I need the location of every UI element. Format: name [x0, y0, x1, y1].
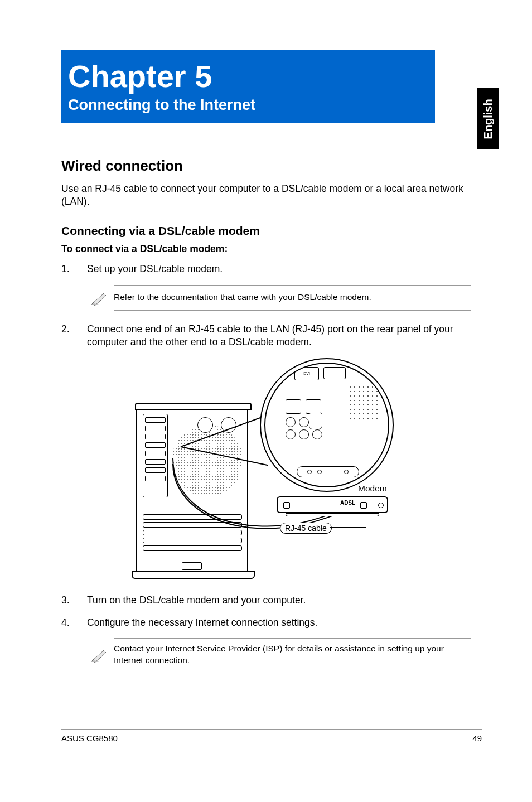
audio-jack — [286, 429, 296, 439]
step-3-num: 3. — [61, 594, 87, 607]
step-2-num: 2. — [61, 323, 87, 349]
dvi-port: DVI — [294, 367, 319, 380]
psu-socket — [182, 562, 202, 570]
step-4-num: 4. — [61, 616, 87, 630]
section-intro: Use an RJ-45 cable to connect your compu… — [61, 182, 471, 209]
chapter-title: Connecting to the Internet — [68, 96, 428, 114]
note-1: Refer to the documentation that came wit… — [87, 285, 471, 311]
footer-left: ASUS CG8580 — [61, 733, 118, 743]
section-title: Wired connection — [61, 157, 471, 175]
modem-port — [360, 502, 367, 509]
usb-port — [286, 399, 301, 414]
dvi-label: DVI — [303, 371, 310, 375]
language-tab: English — [477, 88, 499, 149]
note-rule — [114, 671, 471, 671]
modem-device: ADSL — [277, 496, 388, 513]
page-number: 49 — [472, 733, 482, 743]
connection-diagram: DVI — [87, 358, 461, 578]
vga-port — [323, 367, 346, 379]
rj45-cable-label: RJ-45 cable — [280, 523, 332, 534]
step-1-text: Set up your DSL/cable modem. — [87, 263, 471, 276]
note-2-text: Contact your Internet Service Provider (… — [114, 643, 471, 666]
step-2-text: Connect one end of an RJ-45 cable to the… — [87, 323, 471, 349]
footer-rule — [61, 729, 482, 730]
step-3: 3. Turn on the DSL/cable modem and your … — [61, 594, 471, 607]
manual-page: English Chapter 5 Connecting to the Inte… — [0, 0, 532, 802]
vent-pattern — [348, 385, 379, 421]
step-1-num: 1. — [61, 263, 87, 276]
subsection-lead: To connect via a DSL/cable modem: — [61, 243, 471, 255]
label-line — [330, 527, 366, 528]
chapter-banner: Chapter 5 Connecting to the Internet — [61, 50, 435, 123]
modem-label: Modem — [358, 484, 387, 494]
note-1-text: Refer to the documentation that came wit… — [114, 292, 471, 303]
page-footer: ASUS CG8580 49 — [61, 729, 482, 743]
language-label: English — [482, 99, 495, 139]
chapter-number: Chapter 5 — [68, 60, 428, 93]
step-4: 4. Configure the necessary Internet conn… — [61, 616, 471, 630]
audio-jack — [312, 429, 322, 439]
pencil-note-icon — [87, 647, 114, 663]
step-1: 1. Set up your DSL/cable modem. — [61, 263, 471, 276]
usb-port — [306, 399, 321, 414]
subsection-title: Connecting via a DSL/cable modem — [61, 224, 471, 238]
audio-jack — [286, 417, 296, 427]
modem-port — [283, 502, 290, 509]
audio-jack — [299, 429, 309, 439]
modem-base — [286, 513, 379, 516]
svg-point-0 — [91, 303, 99, 305]
step-2: 2. Connect one end of an RJ-45 cable to … — [61, 323, 471, 349]
rj45-plug — [309, 413, 322, 429]
svg-point-1 — [91, 661, 99, 662]
fan-icon — [197, 417, 213, 433]
audio-jack — [299, 417, 309, 427]
modem-led — [378, 503, 384, 508]
pencil-note-icon — [87, 290, 114, 306]
adsl-label: ADSL — [340, 500, 355, 506]
step-4-text: Configure the necessary Internet connect… — [87, 616, 471, 630]
step-3-text: Turn on the DSL/cable modem and your com… — [87, 594, 471, 607]
note-2: Contact your Internet Service Provider (… — [87, 638, 471, 671]
note-rule — [114, 310, 471, 311]
